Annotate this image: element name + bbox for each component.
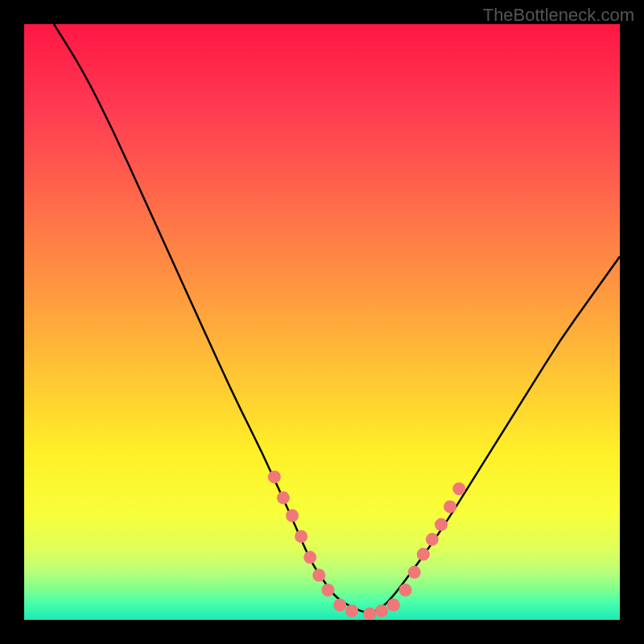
data-point — [375, 605, 388, 617]
data-point — [417, 548, 430, 561]
data-point — [387, 599, 400, 612]
data-points — [24, 24, 620, 620]
data-point — [345, 605, 358, 617]
data-point — [444, 500, 456, 513]
data-point — [435, 518, 448, 531]
data-point — [277, 491, 290, 504]
data-point — [286, 510, 299, 522]
data-point — [312, 569, 325, 582]
data-point — [295, 530, 308, 543]
data-point — [333, 599, 346, 612]
data-point — [399, 584, 412, 597]
data-point — [363, 608, 376, 620]
data-point — [408, 566, 421, 579]
data-point — [321, 584, 334, 597]
data-point — [452, 482, 465, 495]
data-point — [268, 470, 281, 483]
chart-container — [24, 24, 620, 620]
data-point — [303, 551, 316, 564]
watermark-text: TheBottleneck.com — [483, 5, 634, 26]
data-point — [426, 533, 439, 546]
